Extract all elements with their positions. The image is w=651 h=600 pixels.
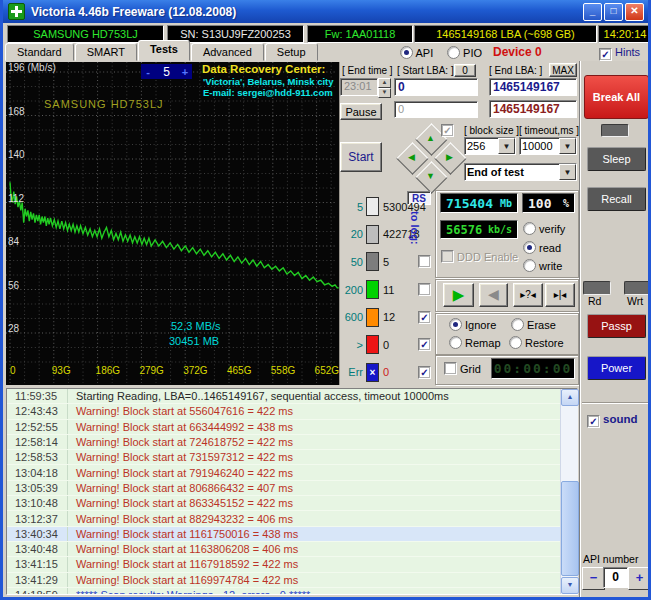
grid-check-icon[interactable] bbox=[444, 362, 457, 375]
spin-up-icon[interactable]: ▲ bbox=[378, 78, 391, 88]
log-time: 12:43:43 bbox=[7, 404, 68, 418]
log-row[interactable]: 12:43:43Warning! Block start at 55604761… bbox=[7, 404, 577, 419]
step-back-button[interactable]: ◀ bbox=[479, 283, 508, 307]
stat-log-checkbox[interactable] bbox=[418, 283, 431, 296]
chevron-down-icon[interactable]: ▼ bbox=[559, 164, 576, 180]
log-row[interactable]: 11:59:35Starting Reading, LBA=0..1465149… bbox=[7, 389, 577, 404]
chevron-down-icon[interactable]: ▼ bbox=[498, 138, 515, 154]
scroll-down-icon[interactable]: ▼ bbox=[561, 577, 579, 594]
sound-checkbox[interactable]: ✓ sound bbox=[587, 413, 638, 428]
restore-radio-circle[interactable] bbox=[509, 336, 522, 349]
log-time: 13:12:37 bbox=[7, 511, 68, 525]
test-action-combo[interactable]: End of test ▼ bbox=[464, 163, 577, 181]
title-bar[interactable]: Victoria 4.46b Freeware (12.08.2008) _ □… bbox=[3, 0, 648, 23]
stat-threshold-label: 20 bbox=[339, 228, 363, 240]
tab-tests[interactable]: Tests bbox=[138, 40, 190, 61]
verify-radio-circle[interactable] bbox=[523, 222, 536, 235]
seek-end-button[interactable]: ▸|◂ bbox=[545, 283, 575, 307]
log-message: Starting Reading, LBA=0..1465149167, seq… bbox=[68, 390, 449, 402]
chevron-down-icon[interactable]: ▼ bbox=[559, 138, 576, 154]
scale-plus-button[interactable]: + bbox=[178, 66, 192, 78]
start-button[interactable]: Start bbox=[340, 142, 382, 172]
pio-radio-circle[interactable] bbox=[447, 46, 460, 59]
log-row[interactable]: 13:41:29Warning! Block start at 11699747… bbox=[7, 573, 577, 588]
sound-check-icon[interactable]: ✓ bbox=[587, 415, 600, 428]
play-button[interactable]: ▶ bbox=[443, 283, 474, 307]
dpad-checkbox[interactable]: ✓ bbox=[441, 124, 454, 137]
block-size-combo[interactable]: 256 ▼ bbox=[464, 137, 516, 155]
stat-log-checkbox[interactable]: ✓ bbox=[418, 338, 431, 351]
ddd-enable-checkbox[interactable]: DDD Enable bbox=[441, 250, 518, 263]
api-radio[interactable]: API bbox=[400, 46, 433, 59]
close-icon[interactable]: ✕ bbox=[625, 3, 644, 21]
log-message: Warning! Block start at 731597312 = 422 … bbox=[68, 451, 293, 463]
api-minus-button[interactable]: − bbox=[582, 567, 605, 590]
log-row[interactable]: 12:52:55Warning! Block start at 66344499… bbox=[7, 420, 577, 435]
tab-standard[interactable]: Standard bbox=[5, 43, 74, 61]
tab-advanced[interactable]: Advanced bbox=[191, 43, 264, 61]
break-all-button[interactable]: Break All bbox=[584, 75, 649, 119]
maximize-icon[interactable]: □ bbox=[604, 3, 623, 21]
log-scrollbar[interactable]: ▲ ▼ bbox=[560, 389, 578, 594]
read-radio-circle[interactable] bbox=[523, 241, 536, 254]
log-row[interactable]: 13:10:48Warning! Block start at 86334515… bbox=[7, 496, 577, 511]
grid-label: Grid bbox=[460, 363, 481, 375]
end-time-spinner[interactable]: ▲ ▼ bbox=[378, 78, 391, 98]
passp-button[interactable]: Passp bbox=[587, 314, 646, 338]
end-time-input[interactable]: 23:01 bbox=[340, 78, 378, 96]
hints-checkbox[interactable]: ✓ Hints bbox=[599, 46, 640, 61]
grid-checkbox[interactable]: Grid bbox=[444, 362, 481, 375]
end-lba-max-button[interactable]: MAX bbox=[549, 63, 577, 77]
log-row[interactable]: 13:40:48Warning! Block start at 11638062… bbox=[7, 542, 577, 557]
read-radio[interactable]: read bbox=[523, 241, 561, 254]
api-radio-circle[interactable] bbox=[400, 46, 413, 59]
remap-radio[interactable]: Remap bbox=[449, 336, 501, 349]
sleep-button[interactable]: Sleep bbox=[587, 147, 646, 171]
stat-log-checkbox[interactable]: ✓ bbox=[418, 311, 431, 324]
log-row[interactable]: 13:12:37Warning! Block start at 88294323… bbox=[7, 511, 577, 526]
timeout-combo[interactable]: 10000 ▼ bbox=[519, 137, 577, 155]
erase-radio[interactable]: Erase bbox=[511, 318, 556, 331]
pause-button[interactable]: Pause bbox=[340, 103, 382, 120]
block-size-value: 256 bbox=[465, 140, 498, 152]
stat-row-Err: Err×0✓ bbox=[339, 359, 431, 387]
ignore-radio[interactable]: Ignore bbox=[449, 318, 496, 331]
log-row[interactable]: 12:58:14Warning! Block start at 72461875… bbox=[7, 435, 577, 450]
end-lba-label: [ End LBA: ] bbox=[489, 65, 542, 76]
log-message: Warning! Block start at 791946240 = 422 … bbox=[68, 467, 293, 479]
minimize-icon[interactable]: _ bbox=[583, 3, 602, 21]
scale-minus-button[interactable]: - bbox=[141, 66, 155, 78]
api-plus-button[interactable]: + bbox=[628, 567, 651, 590]
verify-radio[interactable]: verify bbox=[523, 222, 565, 235]
start-lba-zero-button[interactable]: 0 bbox=[454, 64, 476, 77]
write-radio[interactable]: write bbox=[523, 259, 562, 272]
pio-radio[interactable]: PIO bbox=[447, 46, 482, 59]
write-radio-circle[interactable] bbox=[523, 259, 536, 272]
erase-radio-circle[interactable] bbox=[511, 318, 524, 331]
log-row[interactable]: 13:04:18Warning! Block start at 79194624… bbox=[7, 465, 577, 480]
speed-graph: 196 (Mb/s)168140112845628 093G186G279G37… bbox=[6, 62, 340, 385]
tab-smart[interactable]: SMART bbox=[75, 43, 137, 61]
ddd-check-icon[interactable] bbox=[441, 250, 454, 263]
spin-down-icon[interactable]: ▼ bbox=[378, 88, 391, 98]
remap-radio-circle[interactable] bbox=[449, 336, 462, 349]
arrow-down-icon: ▼ bbox=[420, 166, 441, 187]
log-row[interactable]: 13:41:15Warning! Block start at 11679185… bbox=[7, 557, 577, 572]
restore-radio[interactable]: Restore bbox=[509, 336, 564, 349]
ignore-radio-circle[interactable] bbox=[449, 318, 462, 331]
recall-button[interactable]: Recall bbox=[587, 187, 646, 211]
power-button[interactable]: Power bbox=[587, 356, 646, 380]
tab-setup[interactable]: Setup bbox=[265, 43, 318, 61]
seek-question-button[interactable]: ▸?◂ bbox=[513, 283, 543, 307]
scrollbar-thumb[interactable] bbox=[561, 481, 579, 576]
start-lba-input[interactable]: 0 bbox=[394, 78, 478, 96]
stat-log-checkbox[interactable]: ✓ bbox=[418, 366, 431, 379]
log-row[interactable]: 13:40:34Warning! Block start at 11617500… bbox=[7, 527, 577, 542]
hints-check-icon[interactable]: ✓ bbox=[599, 48, 612, 61]
log-row[interactable]: 14:18:59***** Scan results: Warnings - 1… bbox=[7, 588, 577, 595]
log-row[interactable]: 12:58:53Warning! Block start at 73159731… bbox=[7, 450, 577, 465]
log-row[interactable]: 13:05:39Warning! Block start at 80686643… bbox=[7, 481, 577, 496]
end-lba-input[interactable]: 1465149167 bbox=[489, 78, 577, 96]
scroll-up-icon[interactable]: ▲ bbox=[561, 389, 579, 406]
erase-label: Erase bbox=[527, 319, 556, 331]
